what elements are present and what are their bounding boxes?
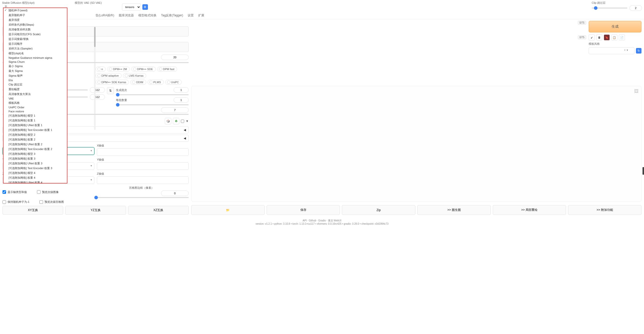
file-tool-button[interactable]: 📋 [611, 34, 617, 40]
footer-links[interactable]: API · Github · Gradio · 重启 WebUI [3, 219, 641, 222]
dropdown-option[interactable]: 提示词顺序 [4, 41, 67, 46]
check-preview-grid[interactable]: 预览次级宫格图 [39, 200, 64, 204]
zip-button[interactable]: Zip [342, 205, 415, 215]
dropdown-option[interactable]: 高清修复采样次数 [4, 27, 67, 32]
dropdown-option[interactable]: 高清修复放大算法 [4, 92, 67, 97]
dropdown-option[interactable]: [可选附加网络] 权重 1 [4, 118, 67, 123]
cfg-input[interactable] [161, 107, 189, 113]
generate-button[interactable]: 生成 [589, 21, 641, 32]
margin-input[interactable] [161, 190, 189, 196]
sampler-option[interactable]: UniPC [165, 80, 182, 85]
sampler-option[interactable]: PLMS [148, 80, 164, 85]
dropdown-option[interactable]: 模型(ckpt)名 [4, 51, 67, 56]
x-value-input[interactable] [97, 148, 189, 156]
style-refresh-button[interactable]: ↻ [636, 48, 641, 54]
dropdown-option[interactable]: [可选附加网络] Text Encoder 权重 2 [4, 147, 67, 152]
dropdown-option[interactable]: 采样方法 (Sampler) [4, 46, 67, 51]
vae-select[interactable]: tensors [122, 4, 141, 11]
dropdown-option[interactable]: [可选附加网络] Text Encoder 权重 1 [4, 128, 67, 132]
swap-xz-button[interactable]: XZ互换 [128, 206, 189, 215]
dropdown-option[interactable]: Sigma Churn [4, 60, 67, 64]
dropdown-option[interactable]: [可选附加网络] 权重 2 [4, 137, 67, 142]
dropdown-option[interactable]: [可选附加网络] UNet 权重 3 [4, 161, 67, 166]
dropdown-option[interactable]: [可选附加网络] 模型 2 [4, 132, 67, 137]
extras-button[interactable]: >> 附加功能 [568, 205, 641, 215]
width-input[interactable] [90, 87, 105, 93]
clip-value[interactable] [629, 5, 642, 11]
dropdown-option[interactable]: 随机种子(seed) [4, 8, 67, 13]
dropdown-option[interactable]: 模板风格 [4, 101, 67, 105]
dropdown-option[interactable]: 提示词搜索/替换 [4, 37, 67, 41]
sampler-option[interactable]: DPM++ 2M [107, 67, 130, 72]
steps-input[interactable] [161, 55, 189, 60]
bookmark-tool-button[interactable]: 🔖 [604, 34, 610, 40]
nav-tab[interactable]: 图库浏览器 [119, 13, 134, 18]
swap-xy-button[interactable]: XY互换 [3, 206, 63, 215]
dropdown-option[interactable]: [可选附加网络] UNet 权重 4 [4, 180, 67, 183]
dropdown-option[interactable]: [可选附加网络] 权重 3 [4, 156, 67, 161]
sampler-option[interactable]: DPM adaptive [96, 73, 122, 78]
save-button[interactable]: 保存 [267, 205, 340, 215]
dropdown-option[interactable]: [可选附加网络] Text Encoder 权重 3 [4, 166, 67, 171]
extra-checkbox[interactable] [181, 120, 184, 123]
nav-tab[interactable]: Tag反推(Tagger) [161, 13, 183, 18]
style-select[interactable]: ×▾ [589, 47, 634, 54]
trash-tool-button[interactable]: 🗑 [596, 34, 602, 40]
dropdown-option[interactable]: 最大 Sigma [4, 69, 67, 73]
margin-slider[interactable] [94, 197, 189, 198]
sampler-option[interactable]: DPM++ SDE Karras [96, 80, 129, 85]
dropdown-option[interactable]: [可选附加网络] UNet 权重 1 [4, 123, 67, 128]
sampler-option[interactable]: n [96, 67, 106, 72]
dropdown-option[interactable]: 重绘幅度 [4, 87, 67, 92]
z-value-input[interactable] [97, 176, 189, 184]
arrow-tool-button[interactable]: ↙ [589, 34, 595, 40]
sampler-option[interactable]: DDIM [130, 80, 146, 85]
dropdown-option[interactable]: Sigma 噪声 [4, 73, 67, 78]
batch-size-input[interactable] [174, 97, 189, 103]
dropdown-option[interactable]: 差异强度 [4, 18, 67, 22]
dropdown-option[interactable]: 提示词相关性(CFG Scale) [4, 32, 67, 37]
recycle-button[interactable]: ♻ [173, 118, 179, 124]
dropdown-option[interactable]: Clip 跳过层 [4, 82, 67, 87]
dropdown-option[interactable]: [可选附加网络] 模型 4 [4, 171, 67, 175]
sampler-option[interactable]: DPM fast [157, 67, 177, 72]
dropdown-option[interactable]: VAE [4, 97, 67, 101]
nav-tab[interactable]: 设置 [188, 13, 194, 18]
dice-button[interactable]: 🎲 [165, 118, 171, 124]
dropdown-option[interactable]: 差异随机种子 [4, 13, 67, 18]
x-axis-type-dropdown[interactable]: 随机种子(seed)差异随机种子差异强度采样迭代步数(Steps)高清修复采样次… [3, 8, 67, 183]
check-show-axis[interactable]: 显示轴类型和值 [3, 190, 27, 194]
sampler-option[interactable]: LMS Karras [123, 73, 146, 78]
height-input[interactable] [90, 94, 105, 100]
dropdown-option[interactable]: [可选附加网络] 模型 3 [4, 152, 67, 156]
dropdown-option[interactable]: Face restore [4, 109, 67, 113]
dropdown-option[interactable]: 采样迭代步数(Steps) [4, 22, 67, 27]
nav-tab[interactable]: 告(LoRA插件) [96, 13, 114, 18]
swap-dims-button[interactable]: ⇅ [107, 87, 114, 94]
clip-slider[interactable] [592, 8, 627, 9]
check-preview-sub[interactable]: 预览次级图像 [37, 190, 59, 194]
inpaint-button[interactable]: >> 局部重绘 [493, 205, 566, 215]
dropdown-option[interactable]: UniPC Order [4, 105, 67, 109]
dropdown-option[interactable]: Eta [4, 78, 67, 82]
img2img-button[interactable]: >> 图生图 [417, 205, 491, 215]
nav-tab[interactable]: 模型格式转换 [138, 13, 156, 18]
dropdown-option[interactable]: [可选附加网络] UNet 权重 2 [4, 142, 67, 147]
dropdown-option[interactable]: 最小 Sigma [4, 64, 67, 69]
dropdown-option[interactable]: Negative Guidance minimum sigma [4, 56, 67, 60]
dropdown-option[interactable]: [可选附加网络] 权重 4 [4, 175, 67, 180]
save-tool-button[interactable]: 📄 [619, 34, 625, 40]
dropdown-option[interactable]: [可选附加网络] 模型 1 [4, 113, 67, 118]
right-edge-handle[interactable] [642, 167, 644, 175]
batch-count-input[interactable] [174, 87, 189, 93]
batch-size-slider[interactable] [116, 104, 189, 105]
y-value-input[interactable] [97, 162, 189, 170]
swap-yz-button[interactable]: YZ互换 [65, 206, 126, 215]
vae-settings-button[interactable]: ⚙ [142, 4, 148, 10]
sampler-option[interactable]: DPM++ SDE [131, 67, 156, 72]
batch-count-slider[interactable] [116, 94, 189, 95]
check-keep-seed[interactable]: 保持随机种子为-1 [3, 200, 29, 204]
extra-expand[interactable]: ▼ [186, 119, 189, 123]
folder-button[interactable]: 📁 [191, 205, 265, 215]
nav-tab[interactable]: 扩展 [198, 13, 204, 18]
